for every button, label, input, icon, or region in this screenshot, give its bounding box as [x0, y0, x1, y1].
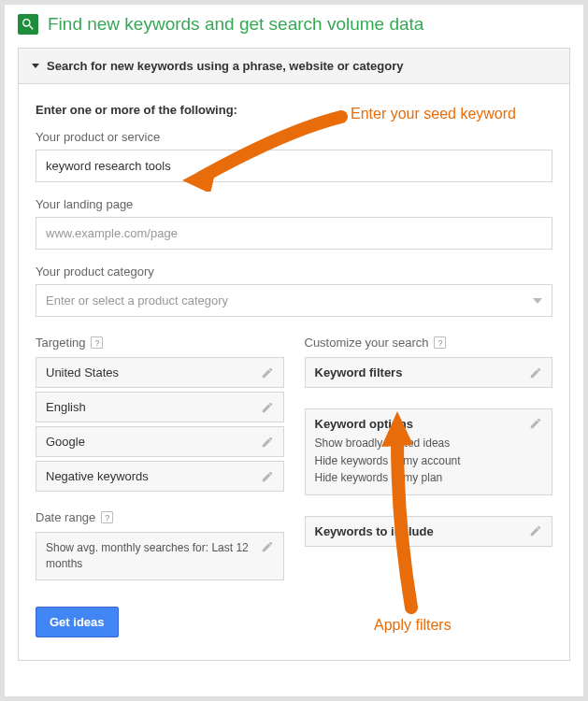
pencil-icon	[529, 417, 542, 430]
category-label: Your product category	[36, 265, 552, 279]
landing-label: Your landing page	[36, 197, 552, 211]
targeting-text: Negative keywords	[46, 469, 149, 483]
keywords-include-text: Keywords to include	[315, 524, 434, 538]
pencil-icon	[261, 401, 274, 414]
help-icon[interactable]: ?	[434, 336, 446, 349]
search-icon	[18, 14, 38, 35]
accordion-title: Search for new keywords using a phrase, …	[47, 59, 403, 73]
pencil-icon	[261, 366, 274, 379]
chevron-down-icon	[32, 64, 39, 68]
keyword-option-line: Hide keywords in my plan	[315, 469, 543, 487]
page-title: Find new keywords and get search volume …	[48, 14, 423, 35]
product-input[interactable]	[36, 150, 552, 182]
customize-column: Customize your search ? Keyword filters …	[305, 336, 553, 580]
intro-text: Enter one or more of the following:	[36, 103, 552, 117]
targeting-item-language[interactable]: English	[36, 392, 284, 422]
pencil-icon	[261, 540, 274, 553]
pencil-icon	[529, 524, 542, 537]
targeting-text: English	[46, 400, 86, 414]
keywords-include-box[interactable]: Keywords to include	[305, 516, 553, 547]
targeting-column: Targeting ? United States English Google…	[36, 336, 284, 580]
customize-label: Customize your search	[305, 336, 429, 350]
keyword-option-line: Hide keywords in my account	[315, 452, 543, 470]
keyword-option-line: Show broadly related ideas	[315, 435, 543, 452]
targeting-item-location[interactable]: United States	[36, 357, 284, 388]
keyword-filters-box[interactable]: Keyword filters	[305, 357, 553, 388]
get-ideas-button[interactable]: Get ideas	[36, 607, 119, 637]
targeting-label: Targeting	[36, 336, 85, 350]
targeting-text: United States	[46, 365, 119, 379]
accordion-header[interactable]: Search for new keywords using a phrase, …	[18, 48, 570, 84]
pencil-icon	[529, 366, 542, 379]
help-icon[interactable]: ?	[91, 336, 103, 349]
targeting-text: Google	[46, 435, 85, 449]
panel: Enter one or more of the following: Your…	[18, 84, 570, 661]
targeting-item-network[interactable]: Google	[36, 426, 284, 457]
help-icon[interactable]: ?	[101, 511, 113, 523]
pencil-icon	[261, 436, 274, 449]
chevron-down-icon	[533, 298, 542, 304]
landing-input[interactable]	[36, 217, 552, 250]
product-label: Your product or service	[36, 130, 552, 144]
keyword-options-box[interactable]: Keyword options Show broadly related ide…	[305, 408, 553, 495]
keyword-filters-text: Keyword filters	[315, 365, 403, 379]
date-range-label: Date range	[36, 510, 95, 524]
page-title-row: Find new keywords and get search volume …	[18, 14, 570, 35]
pencil-icon	[261, 470, 274, 483]
category-select[interactable]: Enter or select a product category	[36, 284, 552, 317]
date-range-text: Show avg. monthly searches for: Last 12 …	[46, 540, 274, 572]
date-range-box[interactable]: Show avg. monthly searches for: Last 12 …	[36, 532, 284, 580]
targeting-item-negative[interactable]: Negative keywords	[36, 461, 284, 492]
category-placeholder: Enter or select a product category	[46, 293, 228, 308]
keyword-options-title: Keyword options	[315, 417, 413, 431]
